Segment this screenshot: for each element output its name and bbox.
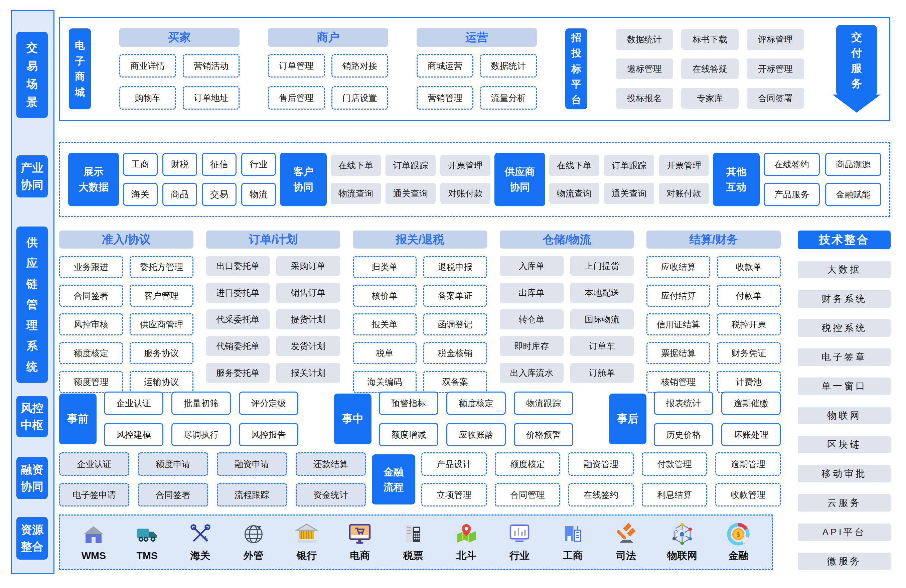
risk-after-item: 逾期催缴 [721,392,781,415]
financing-item: 融资申请 [217,453,287,476]
tech-item: 云服务 [798,494,891,512]
customer-item: 对账付款 [440,183,490,204]
admission-items-grid: 业务跟进委托方管理合同签署客户管理风控审核供应商管理额度核定服务协议额度管理运输… [59,256,193,393]
ecommerce-monitor-icon [348,522,372,546]
bigdata-tag: 海关 [123,183,158,206]
risk-during-label: 事中 [334,394,372,445]
admission-item: 风控审核 [59,313,123,335]
customs-item: 退税申报 [423,256,487,278]
buyer-item: 购物车 [119,86,176,110]
resource-item-label: 银行 [297,549,317,563]
bigdata-tag: 财税 [163,153,197,176]
resource-item: 税票 [401,522,425,563]
settlement-header: 结算/财务 [646,231,781,249]
customs-item: 双备案 [423,371,487,393]
finance-flow-item: 额度核定 [495,453,560,476]
bidding-item: 投标报名 [616,88,673,108]
bank-icon [295,522,319,546]
customer-item: 订单跟踪 [386,155,435,176]
bigdata-tag: 商品 [163,183,197,206]
scm-column-customs: 报关/退税 归类单退税申报核价单备案单证报关单函调登记税单税金核销海关编码双备案 [353,231,487,385]
supplier-item: 物流查询 [549,183,599,204]
other-interaction-item: 在线签约 [764,153,820,176]
customs-items-grid: 归类单退税申报核价单备案单证报关单函调登记税单税金核销海关编码双备案 [353,256,487,393]
warehouse-item: 入库单 [500,256,563,276]
sidebar-item-scm-system: 供 应 链 管 理 系 统 [16,226,48,383]
finance-flow-item: 利息结算 [642,483,707,507]
finance-flow-item: 付款管理 [642,453,707,476]
resource-item: 银行 [295,522,319,563]
admission-item: 合同签署 [59,285,123,307]
other-interaction-item: 金融赋能 [825,183,881,206]
operations-item: 营销管理 [416,86,474,110]
other-interaction-label: 其他 互动 [713,153,760,206]
other-interaction-item: 产品服务 [764,183,820,206]
bigdata-tag: 行业 [241,153,276,176]
finance-flow-item: 立项管理 [421,483,487,507]
bigdata-tag: 交易 [202,183,236,206]
orders-item: 进口委托单 [206,283,270,303]
finance-flow-item: 产品设计 [421,453,487,476]
orders-item: 出口委托单 [206,256,270,276]
sidebar-item-resource-integration: 资源 整合 [16,517,48,559]
financing-left-grid: 企业认证额度申请融资申请还款结算电子签申请合同签署流程跟踪资金统计 [59,453,366,507]
resource-item-label: 北斗 [456,549,476,563]
trade-scene-panel: 电 子 商 城 买家 商业详情营销活动购物车订单地址 商户 订单管理销路对接售后… [59,17,890,121]
risk-before-item: 风控报告 [239,423,298,446]
financing-item: 还款结算 [296,453,366,476]
merchant-item: 售后管理 [268,86,325,110]
orders-items-grid: 出口委托单采购订单进口委托单销售订单代采委托单提货计划代销委托单发货计划服务委托… [206,256,340,383]
customs-item: 税单 [353,342,416,364]
other-items-grid: 在线签约商品溯源产品服务金融赋能 [764,153,881,206]
industry-chart-icon [507,522,531,546]
bigdata-tag: 物流 [241,183,276,206]
warehouse-icon [81,523,105,547]
risk-before-item: 企业认证 [104,392,163,415]
merchant-item: 门店设置 [332,86,388,110]
customs-item: 函调登记 [423,313,487,335]
financing-item: 资金统计 [296,483,366,507]
customs-keys-icon [188,522,212,546]
map-pin-icon [455,522,479,546]
supplier-item: 订单跟踪 [604,155,654,176]
customs-item: 备案单证 [423,285,487,307]
orders-header: 订单/计划 [206,231,340,249]
scm-column-orders: 订单/计划 出口委托单采购订单进口委托单销售订单代采委托单提货计划代销委托单发货… [206,231,340,385]
customs-item: 海关编码 [353,371,416,393]
customs-item: 归类单 [353,256,416,278]
sidebar-item-industry-collab: 产业 协同 [16,155,48,198]
orders-item: 代销委托单 [206,336,270,356]
settlement-item: 税控开票 [717,313,781,335]
tech-item: 微服务 [798,553,891,570]
risk-during-item: 额度增减 [379,423,438,446]
financing-right-grid: 产品设计额度核定融资管理付款管理逾期管理立项管理合同管理在线签约利息结算收款管理 [421,453,781,507]
resource-item-label: 行业 [509,549,530,563]
other-interaction-item: 商品溯源 [825,153,881,176]
customs-item: 核价单 [353,285,416,307]
resource-item: TMS [135,523,159,561]
tech-item: 大数据 [798,261,891,278]
left-rail: 交 易 场 景 产业 协同 供 应 链 管 理 系 统 风控 中枢 融资 协同 … [11,10,54,574]
bidding-item: 在线答疑 [681,59,739,79]
bidding-items-grid: 数据统计标书下载评标管理邀标管理在线答疑开标管理投标报名专家库合同签署 [616,29,804,108]
sidebar-item-financing-collab: 融资 协同 [16,457,48,499]
finance-flow-item: 合同管理 [495,483,560,507]
merchant-header: 商户 [268,28,388,47]
risk-before-item: 尽调执行 [171,423,231,446]
finance-flow-item: 在线签约 [568,483,634,507]
finance-flow-item: 融资管理 [568,453,634,476]
operations-items-grid: 商城运营数据统计营销管理流量分析 [416,54,537,110]
resource-item-label: 金融 [728,549,748,563]
warehouse-item: 出入库流水 [500,363,563,383]
bigdata-tag: 征信 [202,153,236,176]
bidding-item: 专家库 [681,88,739,108]
risk-after-label: 事后 [609,394,646,445]
orders-item: 代采委托单 [206,309,270,330]
settlement-item: 应收结算 [646,256,710,278]
risk-control-row: 事前 企业认证批量初筛评分定级风控建模尽调执行风控报告 事中 预警指标额度核定物… [59,394,781,445]
resource-item: 行业 [507,522,531,563]
risk-group-after: 事后 报表统计逾期催缴历史价格坏账处理 [609,392,781,446]
resource-item-label: 海关 [190,549,211,563]
bigdata-tag: 工商 [123,153,158,176]
admission-item: 额度核定 [59,342,123,364]
